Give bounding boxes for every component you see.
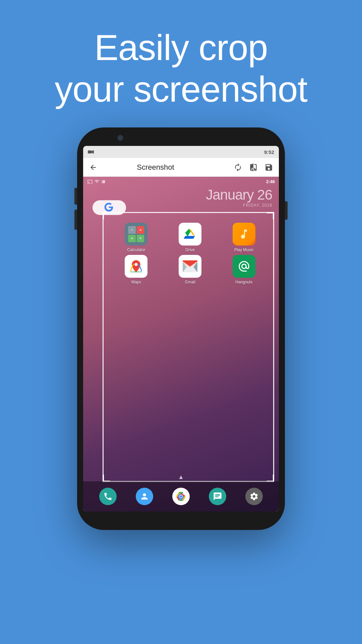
- hero-title: Easily crop your screenshot: [0, 27, 362, 110]
- playmusic-app[interactable]: Play Music: [218, 223, 270, 252]
- maps-app[interactable]: Maps: [110, 255, 163, 284]
- svg-rect-5: [104, 180, 105, 183]
- phone-screen: 9:52 Screenshot: [83, 146, 279, 512]
- svg-rect-3: [103, 181, 103, 183]
- hero-section: Easily crop your screenshot: [0, 0, 362, 110]
- compare-button[interactable]: [249, 163, 258, 172]
- dock-settings-icon[interactable]: [245, 488, 263, 505]
- dock-messages-icon[interactable]: [209, 488, 226, 505]
- front-camera: [117, 135, 123, 141]
- android-homescreen: 2:46 January 26 FRID: [83, 177, 279, 512]
- app-icons-grid: − × + = Calculator: [107, 219, 273, 288]
- rotate-button[interactable]: [233, 163, 243, 172]
- playmusic-icon: [233, 223, 255, 246]
- phone-body: 9:52 Screenshot: [77, 127, 285, 530]
- hangouts-app[interactable]: Hangouts: [218, 255, 270, 284]
- cast-icon: [87, 179, 93, 184]
- android-date: January 26 FRIDAY, 2018: [206, 187, 272, 208]
- svg-marker-1: [92, 150, 94, 154]
- video-status-icon: [88, 150, 94, 154]
- toolbar-action-icons: [233, 163, 274, 172]
- android-time: 2:46: [266, 179, 275, 184]
- android-dock: [83, 481, 279, 512]
- android-signal-icon: [101, 179, 105, 184]
- android-status-bar: 2:46: [83, 177, 279, 186]
- hangouts-icon: [233, 255, 255, 278]
- toolbar-title: Screenshot: [84, 163, 227, 172]
- svg-rect-2: [102, 182, 102, 183]
- hangouts-label: Hangouts: [235, 280, 252, 284]
- gmail-label: Gmail: [185, 280, 195, 284]
- bottom-handle-arrow: ▲: [178, 474, 184, 481]
- drive-icon: [179, 223, 201, 246]
- maps-icon: [125, 255, 147, 278]
- maps-label: Maps: [131, 280, 141, 284]
- gmail-app[interactable]: Gmail: [164, 255, 217, 284]
- calculator-label: Calculator: [127, 248, 145, 252]
- status-time: 9:52: [264, 149, 274, 155]
- drive-app[interactable]: Drive: [164, 223, 217, 252]
- crop-corner-tl: [103, 212, 110, 219]
- dock-contacts-icon[interactable]: [136, 488, 153, 505]
- crop-corner-br: [267, 475, 274, 482]
- svg-point-11: [180, 495, 182, 498]
- screenshot-canvas: 2:46 January 26 FRID: [83, 177, 279, 512]
- dock-phone-icon[interactable]: [99, 488, 117, 505]
- crop-corner-bl: [103, 475, 110, 482]
- volume-down-button: [74, 210, 77, 230]
- power-button: [285, 201, 288, 220]
- calculator-icon: − × + =: [125, 223, 147, 246]
- svg-rect-0: [88, 151, 92, 154]
- editor-toolbar: Screenshot: [83, 158, 279, 177]
- drive-label: Drive: [185, 248, 195, 252]
- volume-up-button: [74, 188, 77, 205]
- android-wifi-icon: [94, 179, 100, 184]
- google-logo: [104, 202, 115, 213]
- status-left-icons: [88, 150, 94, 154]
- gmail-icon: [179, 255, 201, 278]
- playmusic-label: Play Music: [234, 248, 254, 252]
- crop-corner-tr: [267, 212, 274, 219]
- editor-status-bar: 9:52: [83, 146, 279, 158]
- phone-device: 9:52 Screenshot: [77, 127, 285, 530]
- dock-chrome-icon[interactable]: [172, 488, 190, 505]
- calculator-app[interactable]: − × + = Calculator: [110, 223, 163, 252]
- svg-rect-4: [103, 181, 104, 183]
- save-button[interactable]: [264, 163, 274, 172]
- android-status-left: [87, 179, 105, 184]
